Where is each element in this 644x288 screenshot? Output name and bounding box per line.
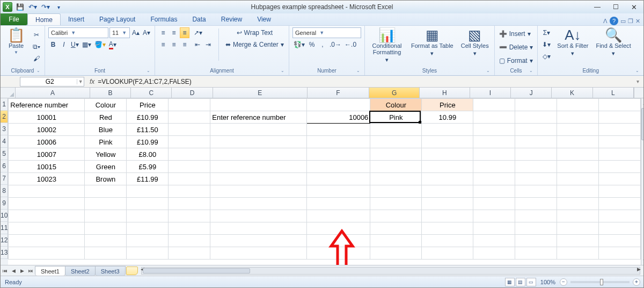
col-header-F[interactable]: F bbox=[308, 88, 369, 98]
cell-D13[interactable] bbox=[169, 247, 210, 260]
underline-button[interactable]: U▾ bbox=[70, 39, 80, 50]
col-header-L[interactable]: L bbox=[593, 88, 634, 98]
find-select-button[interactable]: 🔍 Find & Select▾ bbox=[594, 27, 633, 58]
mdi-close-icon[interactable]: ✕ bbox=[635, 18, 640, 25]
cell-I3[interactable] bbox=[473, 124, 515, 136]
cell-L10[interactable] bbox=[599, 210, 641, 222]
cell-G2[interactable]: Pink bbox=[370, 111, 422, 124]
cell-J12[interactable] bbox=[515, 235, 557, 247]
cell-A5[interactable]: 10007 bbox=[9, 148, 85, 161]
cell-B3[interactable]: Blue bbox=[85, 124, 127, 136]
hscroll-thumb[interactable] bbox=[143, 268, 250, 273]
cell-H6[interactable] bbox=[422, 161, 473, 173]
cell-H9[interactable] bbox=[422, 198, 473, 210]
view-normal-button[interactable]: ▦ bbox=[505, 278, 515, 286]
cell-L12[interactable] bbox=[599, 235, 641, 247]
new-sheet-button[interactable] bbox=[126, 267, 138, 275]
cell-F8[interactable] bbox=[307, 185, 370, 198]
cell-J1[interactable] bbox=[515, 99, 557, 111]
cell-A8[interactable] bbox=[9, 185, 85, 198]
cell-F9[interactable] bbox=[307, 198, 370, 210]
minimize-ribbon-icon[interactable]: ᐱ bbox=[603, 18, 608, 25]
cell-I6[interactable] bbox=[473, 161, 515, 173]
cell-F6[interactable] bbox=[307, 161, 370, 173]
cell-A2[interactable]: 10001 bbox=[9, 111, 85, 124]
paste-button[interactable]: 📋 Paste ▼ bbox=[4, 27, 28, 56]
fill-icon[interactable]: ⬇▾ bbox=[541, 39, 552, 50]
cell-D8[interactable] bbox=[169, 185, 210, 198]
mdi-restore-icon[interactable]: ❐ bbox=[628, 18, 633, 25]
cell-D9[interactable] bbox=[169, 198, 210, 210]
cell-G12[interactable] bbox=[370, 235, 422, 247]
align-left-icon[interactable]: ≡ bbox=[158, 39, 168, 50]
row-header-13[interactable]: 13 bbox=[1, 247, 8, 259]
cell-A1[interactable]: Reference number bbox=[9, 99, 85, 111]
increase-decimal-icon[interactable]: .0→ bbox=[328, 39, 342, 50]
cell-K7[interactable] bbox=[557, 173, 599, 185]
close-button[interactable]: ✕ bbox=[626, 3, 641, 11]
cell-D7[interactable] bbox=[169, 173, 210, 185]
cell-H5[interactable] bbox=[422, 148, 473, 161]
cell-J2[interactable] bbox=[515, 111, 557, 124]
cell-I7[interactable] bbox=[473, 173, 515, 185]
col-header-E[interactable]: E bbox=[213, 88, 308, 98]
cell-H8[interactable] bbox=[422, 185, 473, 198]
file-tab[interactable]: File bbox=[1, 13, 27, 25]
cell-D5[interactable] bbox=[169, 148, 210, 161]
col-header-D[interactable]: D bbox=[172, 88, 213, 98]
cell-D12[interactable] bbox=[169, 235, 210, 247]
cell-G4[interactable] bbox=[370, 136, 422, 148]
redo-icon[interactable]: ↷▾ bbox=[40, 2, 51, 12]
zoom-thumb[interactable] bbox=[600, 279, 603, 285]
tab-page-layout[interactable]: Page Layout bbox=[92, 13, 143, 25]
help-icon[interactable]: ? bbox=[610, 17, 618, 25]
clear-icon[interactable]: ◇▾ bbox=[541, 51, 552, 62]
name-box-dropdown-icon[interactable]: ▼ bbox=[77, 79, 84, 84]
cell-H7[interactable] bbox=[422, 173, 473, 185]
cell-A13[interactable] bbox=[9, 247, 85, 260]
comma-format-icon[interactable]: , bbox=[318, 39, 327, 50]
cell-J4[interactable] bbox=[515, 136, 557, 148]
cell-A6[interactable]: 10015 bbox=[9, 161, 85, 173]
cell-E11[interactable] bbox=[210, 222, 307, 235]
row-header-8[interactable]: 8 bbox=[1, 185, 8, 197]
horizontal-scrollbar[interactable]: ◀ ▶ bbox=[141, 267, 640, 275]
sort-filter-button[interactable]: A↓ Sort & Filter▾ bbox=[555, 27, 590, 58]
cell-F10[interactable] bbox=[307, 210, 370, 222]
align-middle-icon[interactable]: ≡ bbox=[169, 27, 179, 38]
scroll-thumb[interactable] bbox=[641, 108, 643, 140]
col-header-C[interactable]: C bbox=[131, 88, 172, 98]
align-bottom-icon[interactable]: ≡ bbox=[180, 27, 189, 38]
cell-K4[interactable] bbox=[557, 136, 599, 148]
cell-H12[interactable] bbox=[422, 235, 473, 247]
cell-G6[interactable] bbox=[370, 161, 422, 173]
cell-I10[interactable] bbox=[473, 210, 515, 222]
cell-E5[interactable] bbox=[210, 148, 307, 161]
tab-formulas[interactable]: Formulas bbox=[143, 13, 185, 25]
scroll-down-icon[interactable]: ▼ bbox=[641, 256, 643, 265]
cell-L13[interactable] bbox=[599, 247, 641, 260]
tab-home[interactable]: Home bbox=[27, 13, 61, 25]
cell-D3[interactable] bbox=[169, 124, 210, 136]
cell-D1[interactable] bbox=[169, 99, 210, 111]
cell-B1[interactable]: Colour bbox=[85, 99, 127, 111]
cell-J13[interactable] bbox=[515, 247, 557, 260]
cell-I2[interactable] bbox=[473, 111, 515, 124]
vertical-scrollbar[interactable]: ▲ ▼ bbox=[641, 98, 643, 265]
zoom-in-button[interactable]: + bbox=[633, 278, 640, 286]
cell-B9[interactable] bbox=[85, 198, 127, 210]
font-size-combo[interactable]: 11▼ bbox=[109, 27, 130, 38]
bold-button[interactable]: B bbox=[48, 39, 58, 50]
row-header-10[interactable]: 10 bbox=[1, 210, 8, 222]
maximize-button[interactable]: ☐ bbox=[608, 3, 623, 11]
align-top-icon[interactable]: ≡ bbox=[158, 27, 168, 38]
col-header-A[interactable]: A bbox=[16, 88, 90, 98]
number-format-combo[interactable]: General▼ bbox=[292, 27, 361, 38]
cell-J5[interactable] bbox=[515, 148, 557, 161]
sheet-nav-next-icon[interactable]: ▶ bbox=[18, 266, 26, 276]
cell-H4[interactable] bbox=[422, 136, 473, 148]
fill-color-button[interactable]: 🪣▾ bbox=[93, 39, 107, 50]
cell-E1[interactable] bbox=[210, 99, 307, 111]
cell-H13[interactable] bbox=[422, 247, 473, 260]
minimize-button[interactable]: — bbox=[590, 3, 605, 11]
